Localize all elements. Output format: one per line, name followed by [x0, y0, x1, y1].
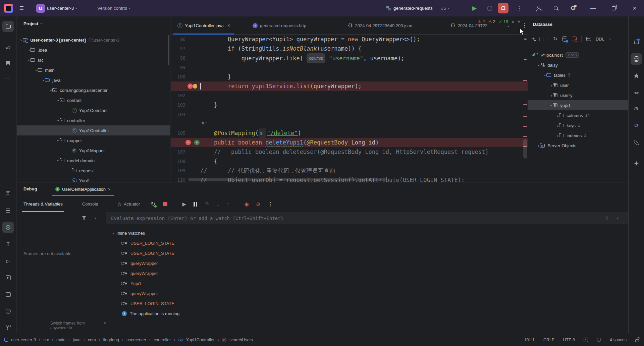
breadcrumb-item[interactable]: Yupi1Controller [186, 338, 214, 342]
line-ending-widget[interactable]: CRLF [543, 338, 554, 342]
tree-item-request[interactable]: request [17, 166, 170, 176]
dependencies-tool-button[interactable] [2, 205, 14, 216]
search-everywhere-button[interactable] [553, 0, 559, 16]
breadcrumb-item[interactable]: com [88, 338, 96, 342]
tree-item-main[interactable]: ›main [17, 65, 170, 75]
terminal-tool-button[interactable]: ›_ [2, 289, 14, 300]
debug-tool-button[interactable] [2, 222, 14, 233]
todo-tool-button[interactable] [2, 188, 14, 199]
structure-tool-button[interactable]: ≡ [2, 171, 14, 183]
database-panel-header[interactable]: Database [533, 21, 552, 27]
datasource-properties-icon[interactable] [562, 36, 567, 42]
breadcrumb-item[interactable]: main [56, 338, 65, 342]
watch-item[interactable]: queryWrapper [106, 258, 158, 268]
pause-icon[interactable] [194, 202, 197, 207]
db-item-user[interactable]: ›user [528, 80, 628, 90]
ddl-button[interactable]: DDL [596, 37, 604, 42]
profiler-tool-button[interactable]: ↺ [631, 120, 642, 131]
restore-button[interactable] [612, 0, 616, 16]
tab-console[interactable]: Console [77, 196, 103, 212]
plugin-tool-button[interactable] [631, 70, 642, 81]
code-viewport[interactable]: 96 QueryWrapper<Yupi1> queryWrapper = ne… [171, 35, 528, 182]
code-line-100[interactable]: 100 } [171, 72, 528, 81]
tab-generated-requests[interactable]: ↗ generated-requests.http [249, 16, 310, 35]
code-inlay-row[interactable]: ⇅› [171, 119, 528, 128]
breadcrumb-item[interactable]: controller [154, 338, 171, 342]
breadcrumb-item[interactable]: usercenter [126, 338, 146, 342]
refresh-icon[interactable]: ↻ [553, 36, 557, 42]
tree-item-yupi1controller[interactable]: CYupi1Controller [17, 125, 170, 135]
step-over-icon[interactable]: ↷ [205, 201, 209, 207]
project-badge[interactable]: U [36, 4, 45, 13]
indent-widget[interactable]: 4 spaces [610, 338, 627, 342]
kebab-menu-icon[interactable]: ⋮ [268, 201, 273, 207]
code-line-97[interactable]: 97 if (StringUtils.isNotBlank(username))… [171, 44, 528, 53]
highlighting-level-icon[interactable] [584, 338, 588, 342]
tab-json-1[interactable]: {} 2024-04-29T223649.200.json [344, 16, 416, 35]
encoding-widget[interactable]: UTF-8 [563, 338, 575, 342]
close-icon[interactable]: × [104, 321, 106, 330]
breadcrumb-item[interactable]: java [73, 338, 80, 342]
table-view-icon[interactable] [586, 37, 591, 41]
step-out-icon[interactable]: ↑ [227, 201, 229, 207]
history-icon[interactable]: ⇅ [605, 216, 608, 221]
tree-item-yupi1constant[interactable]: IYupi1Constant [17, 105, 170, 115]
tree-item-package[interactable]: ›com.lingdong.usercenter [17, 85, 170, 95]
debug-button[interactable] [487, 0, 492, 16]
settings-button[interactable]: ⚙ [570, 0, 576, 16]
more-tools-button[interactable]: ⋯ [2, 72, 14, 83]
tree-item-controller[interactable]: ›controller [17, 115, 170, 125]
project-name[interactable]: user-center-3 [47, 6, 74, 11]
tree-item-idea[interactable]: ›.idea [17, 45, 170, 55]
notifications-button[interactable] [631, 36, 642, 47]
tree-item-java[interactable]: ›java [17, 75, 170, 85]
run-button[interactable]: ▶ [472, 0, 477, 16]
code-line-98[interactable]: 98 queryWrapper.like( column: "username"… [171, 53, 528, 63]
mute-breakpoints-icon[interactable]: ⊘ [256, 201, 261, 207]
endpoint-inlay-icon[interactable]: ⇅› [202, 120, 207, 125]
breadcrumb-item[interactable]: user-center-3 [11, 338, 36, 342]
db-item-user-y[interactable]: ›user-y [528, 90, 628, 100]
editor-error-stripe[interactable] [523, 35, 528, 182]
code-line-96[interactable]: 96 QueryWrapper<Yupi1> queryWrapper = ne… [171, 35, 528, 44]
code-line-99[interactable]: 99 [171, 63, 528, 72]
db-item-server-objects[interactable]: ›Server Objects [528, 140, 628, 151]
code-line-108[interactable]: 108 { [171, 157, 528, 166]
code-line-106[interactable]: ✓ ⊕ public boolean deleteYupi1(@RequestB… [171, 138, 528, 147]
code-line-107[interactable]: 107 // public boolean deleteUser(@Reques… [171, 147, 528, 157]
project-tool-button[interactable] [2, 21, 14, 32]
commit-tool-button[interactable] [2, 41, 14, 52]
endpoint-gutter-icon[interactable]: ⊕ [194, 140, 200, 145]
chevron-right-icon[interactable]: › [609, 37, 610, 42]
db-item-tables[interactable]: ›tables3 [528, 70, 628, 80]
inspections-widget[interactable]: ⚠ 2 ⚠ 2 ✓ 19 ∧ ∨ [478, 19, 520, 24]
view-breakpoints-icon[interactable]: ◉ [245, 201, 249, 207]
project-panel-header[interactable]: Project › [23, 21, 42, 26]
editor-scrollbar-thumb[interactable] [523, 139, 527, 159]
evaluate-expression-input[interactable]: Evaluate expression (Enter) or add a wat… [106, 212, 628, 224]
watch-item[interactable]: USER_LOGIN_STATE [106, 248, 174, 258]
minimize-button[interactable]: — [590, 0, 596, 16]
code-line-109[interactable]: 109 // // 代码优化，重复代码：仅管理员可查询 [171, 166, 528, 175]
run-configuration-widget[interactable]: generated-requests #5 › [386, 0, 449, 16]
query-console-icon[interactable] [572, 37, 577, 41]
resume-icon[interactable]: ▶ [182, 201, 186, 207]
maven-tool-button[interactable]: m [631, 102, 642, 114]
code-line-104[interactable]: 104 [171, 110, 528, 119]
breadcrumb-item[interactable]: lingdong [103, 338, 119, 342]
run-tool-button[interactable]: ▷ [2, 255, 14, 267]
tree-item-yupi1mapper[interactable]: Yupi1Mapper [17, 146, 170, 156]
inline-watches-node[interactable]: › Inline Watches [106, 228, 145, 238]
tab-yupi1controller[interactable]: C Yupi1Controller.java × [173, 16, 234, 35]
code-line-105[interactable]: 105 @PostMapping(◎›"/delete") [171, 128, 528, 138]
tree-item-project-root[interactable]: ›user-center-3 [user-center]F:\user-cent… [17, 35, 170, 45]
watch-item[interactable]: USER_LOGIN_STATE [106, 238, 174, 248]
tree-item-contant[interactable]: ›contant [17, 95, 170, 105]
watch-item[interactable]: Yupi1 [106, 278, 142, 288]
debug-session-tab[interactable]: UserCenterApplication × [52, 182, 114, 196]
tab-actuator[interactable]: ◎Actuator [113, 196, 145, 212]
url-inlay-icon[interactable]: ◎› [259, 128, 266, 138]
code-line-102[interactable]: 102 [171, 91, 528, 100]
watch-item[interactable]: USER_LOGIN_STATE [106, 298, 174, 308]
unlocked-icon[interactable] [635, 339, 639, 342]
